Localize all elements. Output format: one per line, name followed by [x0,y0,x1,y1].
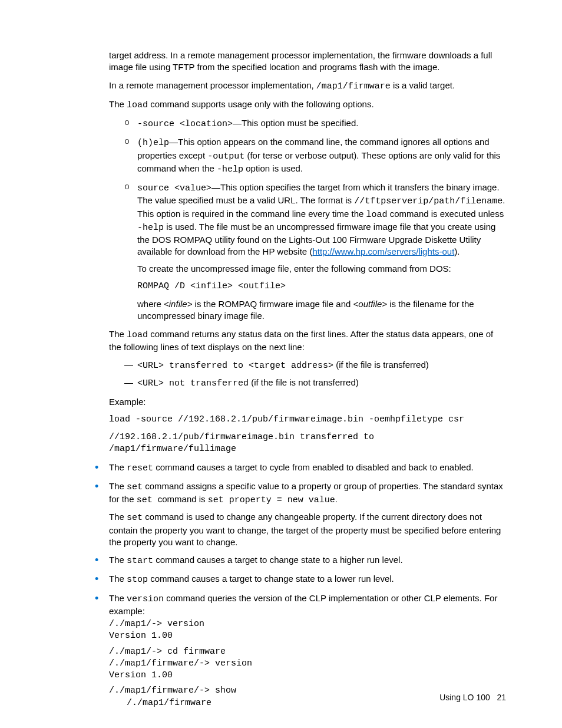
code: -help [137,223,164,233]
text: The [109,593,127,603]
text: option is used. [243,163,303,173]
code: load [127,330,148,340]
code: set property = new value [208,495,335,505]
code: <URL> not transferred [137,378,249,388]
option-item-source-value: source <value>—This option specifies the… [56,182,506,322]
text: command causes a target to change state … [148,574,394,584]
code: -source <location> [137,119,233,129]
bullet-version: The version command queries the version … [56,592,506,709]
code: (h)elp [137,138,169,148]
text: command is executed unless [388,209,504,219]
status-line-transferred: <URL> transferred to <target address> (i… [56,359,506,372]
text: The [109,481,127,491]
bullet-start: The start command causes a target to cha… [56,554,506,567]
italic: <infile> [164,299,192,309]
footer-section-title: Using LO 100 [439,693,490,702]
text: command causes a target to cycle from en… [153,462,474,472]
command-bullet-list: The reset command causes a target to cyc… [56,462,506,709]
code: start [127,556,153,566]
text: is a valid target. [391,80,455,90]
document-page: target address. In a remote management p… [0,0,562,728]
status-line-not-transferred: <URL> not transferred (if the file is no… [56,377,506,390]
text: The [109,329,127,339]
paragraph-load-status: The load command returns any status data… [109,328,506,354]
code: source <value> [137,183,211,193]
version-example-line-5: Version 1.00 [109,670,506,681]
hp-website-link[interactable]: http://www.hp.com/servers/lights-out [312,246,454,256]
text: command is used to change any changeable… [109,512,501,547]
sub-paragraph-dos-cmd: To create the uncompressed image file, e… [137,263,506,275]
version-example-line-2: Version 1.00 [109,630,506,642]
text: where [137,299,164,309]
text: The [109,99,127,109]
code: reset [127,463,153,473]
text: (if the file is transferred) [333,360,429,370]
bullet-set: The set command assigns a specific value… [56,480,506,548]
code-line-rompaq: ROMPAQ /D <infile> <outfile> [137,281,506,292]
code: /map1/firmware [316,81,391,91]
code: version [127,594,164,604]
code: set [137,495,158,505]
code: <URL> transferred to <target address> [137,361,333,371]
code: set [127,482,143,492]
text: command is [158,494,208,504]
text: The [109,574,127,584]
text: command returns any status data on the f… [109,329,493,352]
version-example-line-1: /./map1/-> version [109,618,506,630]
text: (if the file is not transferred) [249,377,359,387]
text: . [335,494,338,504]
bullet-stop: The stop command causes a target to chan… [56,573,506,586]
text: In a remote management processor impleme… [109,80,316,90]
italic: <outfile> [353,299,388,309]
paragraph-intro-3: The load command supports usage only wit… [109,98,506,111]
text: —This option must be specified. [233,118,358,128]
version-example-line-4: /./map1/firmware/-> version [109,658,506,670]
page-footer: Using LO 100 21 [439,692,506,703]
example-line-2: //192.168.2.1/pub/firmwareimage.bin tran… [109,431,506,456]
code: -help [217,164,243,174]
footer-page-number: 21 [497,693,506,702]
status-line-list: <URL> transferred to <target address> (i… [56,359,506,390]
paragraph-intro-1: target address. In a remote management p… [109,50,506,74]
code: set [127,513,143,523]
text: command queries the version of the CLP i… [109,593,497,616]
code: stop [127,575,148,585]
example-line-1: load -source //192.168.2.1/pub/firmwarei… [109,414,506,426]
text: command supports usage only with the fol… [148,99,374,109]
code: //tftpserverip/path/filename [354,196,503,206]
example-label: Example: [109,396,506,408]
text: The [109,462,127,472]
sub-paragraph-set-usage: The set command is used to change any ch… [109,511,506,548]
code: -output [207,151,244,162]
sub-paragraph-infile-outfile: where <infile> is the ROMPAQ firmware im… [137,298,506,322]
text: command causes a target to change state … [153,555,403,565]
option-list: -source <location>—This option must be s… [56,117,506,322]
text: ). [454,246,459,256]
text: is the ROMPAQ firmware image file and [192,299,353,309]
text: The [109,555,127,565]
paragraph-intro-2: In a remote management processor impleme… [109,80,506,93]
text: The [109,512,127,522]
version-example-line-3: /./map1/-> cd firmware [109,646,506,658]
option-item-source: -source <location>—This option must be s… [56,117,506,130]
bullet-reset: The reset command causes a target to cyc… [56,462,506,475]
option-item-help: (h)elp—This option appears on the comman… [56,136,506,176]
code: load [366,210,388,220]
code: load [127,100,148,110]
